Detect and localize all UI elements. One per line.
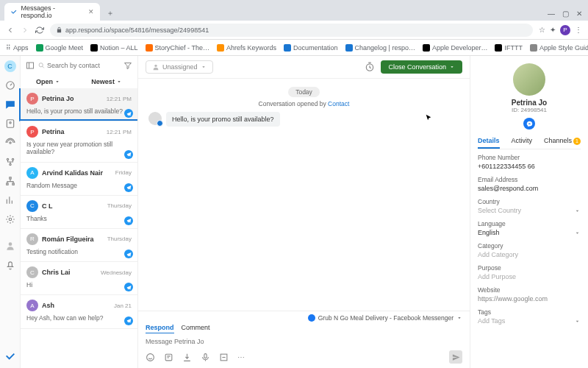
conversation-item[interactable]: PPetrina12:21 PMIs your new year promoti…	[21, 121, 137, 162]
settings-icon[interactable]	[4, 213, 16, 225]
avatar-icon: C	[26, 200, 38, 212]
tab-details[interactable]: Details	[478, 134, 500, 149]
tab-respond[interactable]: Respond	[146, 324, 174, 333]
conv-preview: Is your new year promotion still availab…	[26, 141, 132, 155]
purpose-input[interactable]: Add Purpose	[478, 273, 581, 280]
back-icon[interactable]	[6, 26, 15, 35]
close-window-icon[interactable]: ✕	[576, 10, 582, 18]
messenger-channel-icon[interactable]	[523, 118, 535, 130]
new-tab-button[interactable]: ＋	[103, 6, 118, 21]
more-icon[interactable]: ⋯	[237, 353, 245, 361]
conversation-item[interactable]: PPetrina Jo12:21 PMHello, is your promo …	[19, 88, 137, 121]
avatar-icon: P	[26, 126, 38, 138]
chevron-down-icon	[54, 79, 60, 85]
conv-name: Román Filgueira	[42, 236, 104, 243]
contact-name: Petrina Jo	[478, 99, 581, 107]
telegram-icon	[124, 216, 133, 225]
workflows-icon[interactable]	[4, 156, 16, 168]
conversation-item[interactable]: AAshJan 21Hey Ash, how can we help?	[21, 295, 137, 328]
tab-comment[interactable]: Comment	[182, 324, 210, 333]
conversation-item[interactable]: CC LThursdayThanks	[21, 196, 137, 229]
conversation-item[interactable]: CChris LaiWednesdayHi	[21, 262, 137, 295]
tab-channels[interactable]: Channels1	[544, 134, 581, 149]
voice-icon[interactable]	[201, 353, 210, 362]
reports-icon[interactable]	[4, 194, 16, 206]
send-button[interactable]	[449, 350, 462, 364]
telegram-icon	[124, 283, 133, 291]
url-field[interactable]: app.respond.io/space/54816/message/24998…	[50, 24, 533, 37]
message-input[interactable]	[146, 336, 462, 347]
channels-badge: 1	[573, 138, 581, 145]
tab-activity[interactable]: Activity	[511, 134, 532, 149]
snooze-icon[interactable]	[365, 62, 375, 72]
conversation-item[interactable]: RRomán FilgueiraThursdayTesting notifica…	[21, 229, 137, 262]
filter-icon[interactable]	[123, 60, 133, 71]
tags-input[interactable]: Add Tags	[478, 317, 505, 325]
filter-open[interactable]: Open	[36, 78, 60, 85]
phone-value[interactable]: +601122334455 66	[478, 163, 581, 170]
bookmark-item[interactable]: IFTTT	[495, 44, 523, 52]
search-input[interactable]	[47, 62, 120, 69]
country-select[interactable]: Select Country	[478, 207, 521, 214]
broadcast-icon[interactable]	[4, 137, 16, 149]
emoji-icon[interactable]	[146, 353, 155, 362]
address-bar: app.respond.io/space/54816/message/24998…	[0, 21, 588, 40]
extension-icon[interactable]: ✦	[550, 26, 556, 34]
bookmark-item[interactable]: Changelog | respo…	[345, 44, 415, 52]
profile-avatar[interactable]: P	[560, 25, 570, 35]
browser-tab[interactable]: Messages - respond.io ✕	[4, 3, 100, 21]
svg-point-14	[154, 65, 157, 67]
bookmark-item[interactable]: StoryChief - The…	[146, 44, 209, 52]
conv-preview: Hey Ash, how can we help?	[26, 314, 132, 322]
composer: Grub N Go Meal Delivery - Facebook Messe…	[138, 311, 470, 368]
user-icon[interactable]	[4, 240, 16, 252]
category-input[interactable]: Add Category	[478, 251, 581, 258]
close-conversation-button[interactable]: Close Conversation	[381, 60, 462, 74]
conv-name: Petrina Jo	[42, 95, 103, 102]
bookmark-item[interactable]: Ahrefs Keywords	[217, 44, 276, 52]
channel-selector[interactable]: Grub N Go Meal Delivery - Facebook Messe…	[146, 314, 462, 322]
messages-icon[interactable]	[4, 99, 16, 110]
kebab-icon[interactable]: ⋮	[575, 26, 582, 34]
bookmark-item[interactable]: Google Meet	[36, 44, 84, 52]
field-label: Website	[478, 286, 581, 294]
messenger-badge-icon	[157, 120, 163, 127]
conv-name: Chris Lai	[42, 269, 97, 276]
survey-icon[interactable]	[219, 353, 229, 362]
website-value[interactable]: https://www.google.com	[478, 295, 581, 302]
attach-icon[interactable]	[182, 353, 192, 362]
workspace-avatar[interactable]: C	[4, 60, 16, 72]
minimize-icon[interactable]: —	[548, 10, 555, 18]
star-icon[interactable]: ☆	[539, 26, 545, 34]
nav-rail: C	[0, 56, 21, 368]
message-avatar	[148, 112, 162, 125]
bookmark-item[interactable]: Notion – ALL	[90, 44, 138, 52]
bookmark-item[interactable]: Documentation	[284, 44, 338, 52]
bookmark-item[interactable]: Apple Developer…	[423, 44, 488, 52]
assignee-label: Unassigned	[162, 63, 198, 71]
apps-shortcut[interactable]: ⠿ Apps	[6, 44, 29, 52]
contact-link[interactable]: Contact	[328, 100, 349, 107]
org-icon[interactable]	[4, 175, 16, 187]
panel-toggle-icon[interactable]	[25, 60, 35, 71]
svg-rect-7	[9, 177, 10, 179]
conv-time: Wednesday	[101, 269, 132, 276]
filter-sort[interactable]: Newest	[91, 78, 122, 85]
search-contacts[interactable]	[38, 62, 120, 69]
window-controls: — ▢ ✕	[542, 7, 588, 21]
language-select[interactable]: English	[478, 229, 500, 236]
assignee-dropdown[interactable]: Unassigned	[146, 60, 213, 74]
close-tab-icon[interactable]: ✕	[88, 8, 94, 15]
dashboard-icon[interactable]	[4, 79, 16, 91]
forward-icon[interactable]	[21, 26, 29, 35]
snippet-icon[interactable]	[164, 353, 173, 362]
conversation-item[interactable]: AArvind Kalidas NairFridayRandom Message	[21, 163, 137, 196]
lock-icon	[56, 26, 62, 33]
email-value[interactable]: sales@respond.com	[478, 185, 581, 192]
bookmark-item[interactable]: Apple Style Guide	[530, 44, 588, 52]
bookmarks-bar: ⠿ Apps Google Meet Notion – ALL StoryChi…	[0, 40, 588, 56]
maximize-icon[interactable]: ▢	[562, 10, 569, 18]
contacts-icon[interactable]	[4, 118, 16, 130]
notifications-icon[interactable]	[4, 259, 16, 271]
reload-icon[interactable]	[35, 26, 44, 35]
